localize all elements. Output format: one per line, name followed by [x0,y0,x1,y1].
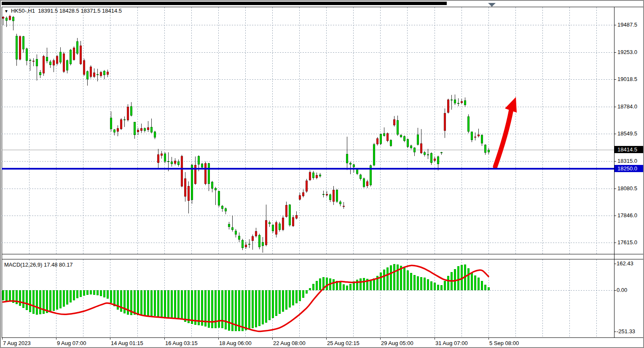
macd-histogram-bar [19,290,21,306]
macd-histogram-bar [309,288,311,290]
macd-histogram-bar [241,290,244,331]
macd-histogram-bar [430,281,432,290]
candle [218,191,220,205]
candle [339,202,341,204]
candle [346,154,348,164]
history-scrollbar-thumb[interactable] [2,2,447,5]
price-axis-label: 19487.5 [617,22,637,28]
macd-histogram-bar [16,290,18,304]
candle [198,156,200,165]
macd-histogram-bar [285,290,287,310]
macd-histogram-bar [457,266,459,290]
macd-histogram-bar [49,290,51,312]
candle [265,220,267,245]
macd-histogram-bar [326,278,328,290]
macd-histogram-bar [32,290,35,314]
candle [130,106,132,116]
candle [157,154,159,163]
macd-histogram-bar [316,281,318,291]
candle [231,227,233,230]
price-axis-tick [614,25,616,25]
macd-histogram-bar [36,290,38,315]
candle [184,178,186,197]
candle [56,56,58,63]
candle [221,206,223,208]
candle [137,130,139,132]
macd-histogram-bar [292,290,294,305]
macd-histogram-bar [437,285,439,290]
candle [336,190,338,202]
candle [70,50,72,64]
candle [32,61,35,62]
macd-histogram-bar [188,290,190,323]
macd-histogram-bar [343,284,345,290]
macd-axis-tick [614,264,616,264]
macd-histogram-bar [144,290,146,316]
candle [255,231,257,236]
macd-histogram-bar [161,290,163,317]
candle [2,17,4,19]
macd-histogram-bar [120,290,122,312]
macd-histogram-bar [147,290,149,316]
price-axis-label: 19018.5 [617,76,637,82]
macd-histogram-bar [484,285,486,290]
candle [174,161,176,164]
macd-histogram-bar [268,290,271,320]
candle [5,18,8,21]
candle [427,154,429,155]
candle [188,186,190,201]
macd-histogram-bar [157,290,159,316]
candle [434,159,436,161]
macd-histogram-bar [386,267,389,290]
candle [113,129,115,132]
macd-histogram-bar [164,290,166,318]
candle [376,138,378,144]
candle [110,118,112,129]
price-axis-label: 18549.5 [617,130,637,137]
macd-histogram-bar [376,276,378,290]
macd-histogram-bar [221,290,223,328]
time-axis-label: 18 Aug 06:00 [219,340,252,346]
chart-shift-marker-icon[interactable] [488,3,496,7]
price-axis-label: 18080.5 [617,185,637,192]
macd-histogram-bar [66,290,68,305]
candle [140,128,142,131]
macd-histogram-bar [39,290,41,314]
candle [484,145,486,153]
candle [161,154,163,156]
candle [312,173,314,178]
candle [420,143,422,153]
macd-histogram-bar [295,290,298,303]
macd-histogram-bar [93,290,95,295]
candle [201,164,203,167]
candle [451,100,453,100]
macd-histogram-bar [467,268,470,290]
candle-wick [124,116,125,127]
time-axis-tick [56,338,56,340]
macd-panel-area[interactable] [2,259,614,337]
candle [211,182,213,189]
candle [103,71,105,75]
candle [228,224,230,227]
support-line [2,168,614,170]
macd-histogram-bar [177,290,180,318]
time-axis-label: 5 Sep 08:00 [489,340,519,346]
macd-axis-label: 162.43 [617,260,633,267]
candle [258,235,260,247]
candle [400,135,402,137]
candle [120,119,122,129]
candle [322,194,325,195]
macd-histogram-bar [299,290,301,301]
time-axis-tick [2,338,3,340]
macd-histogram-bar [59,290,62,308]
candle [454,100,456,103]
candle [16,36,18,60]
symbol-dropdown-icon[interactable]: ▼ [4,9,8,13]
main-chart-area[interactable] [2,7,614,254]
macd-histogram-bar [154,290,156,316]
axis-separator [614,7,614,337]
macd-histogram-bar [380,272,382,290]
macd-histogram-bar [366,279,368,290]
time-axis-tick [272,338,273,340]
macd-histogram-bar [289,290,291,308]
